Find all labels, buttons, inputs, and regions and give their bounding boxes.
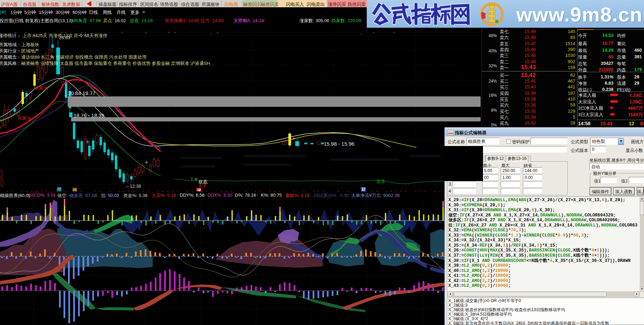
svg-text:榜: 榜 <box>73 188 77 191</box>
svg-text:出手: 出手 <box>198 183 207 188</box>
svg-text:×: × <box>373 31 374 34</box>
svg-text:乖离张: 乖离张 <box>34 86 48 91</box>
svg-text:所属行业：区域地产: 所属行业：区域地产 <box>0 48 39 53</box>
svg-text:←12.38: ←12.38 <box>125 183 141 189</box>
svg-text:所属风格：融资融券 业绩预降 大盘股 低市盈率 保险重仓 券: 所属风格：融资融券 业绩预降 大盘股 低市盈率 保险重仓 券商重仓 价值优势 参… <box>0 61 210 66</box>
svg-text:出手: 出手 <box>376 179 385 184</box>
svg-text:×: × <box>168 31 170 34</box>
svg-text:财: 财 <box>362 187 366 191</box>
svg-text:15.98 - 15.96: 15.98 - 15.96 <box>324 141 354 147</box>
svg-text:所属地域：上海板块: 所属地域：上海板块 <box>0 42 39 47</box>
svg-text:×: × <box>174 31 176 34</box>
svg-text:停: 停 <box>57 187 61 191</box>
svg-text:乖离张: 乖离张 <box>17 116 32 121</box>
svg-text:涨停统计： 上市:8425天 共涨停:13次 距今: 涨停统计： 上市:8425天 共涨停:13次 距今:68天有涨停 <box>0 33 108 38</box>
svg-text:×: × <box>217 31 218 34</box>
svg-text:×: × <box>145 31 146 34</box>
svg-text:所属概念：通达信88 长三角 低碳经济 创投概念 保障房 污: 所属概念：通达信88 长三角 低碳经济 创投概念 保障房 污水处理 固废处理 <box>0 54 146 60</box>
svg-text:涨: 涨 <box>197 188 201 191</box>
svg-text:×: × <box>121 31 123 34</box>
svg-text:20.84 19.77: 20.84 19.77 <box>68 90 95 96</box>
svg-text:×: × <box>210 33 212 36</box>
svg-text:×: × <box>361 33 362 36</box>
svg-text:18.76 - 18.39: 18.76 - 18.39 <box>74 112 104 118</box>
svg-text:26.63: 26.63 <box>59 35 70 40</box>
svg-text:×: × <box>393 31 395 34</box>
